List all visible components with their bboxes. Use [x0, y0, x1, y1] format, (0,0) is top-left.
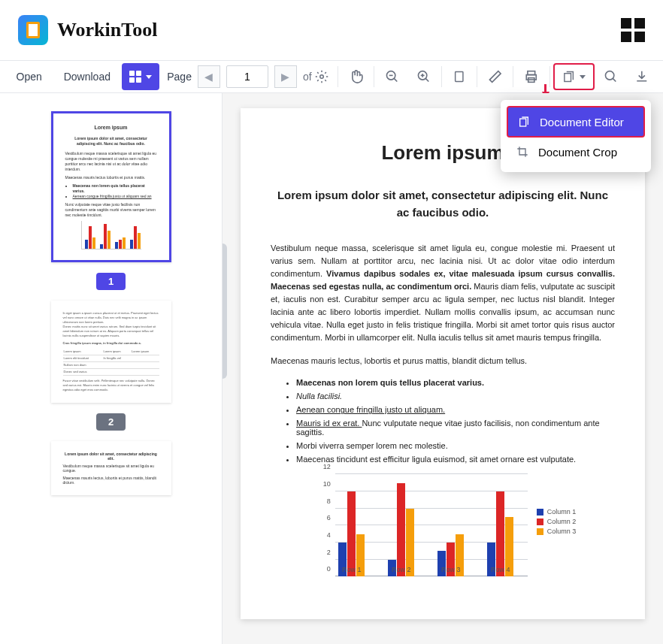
- fit-page-button[interactable]: [445, 63, 474, 90]
- next-page-button[interactable]: ▶: [274, 65, 297, 88]
- svg-rect-8: [456, 71, 463, 81]
- main-area: Lorem ipsum Lorem ipsum dolor sit amet, …: [0, 93, 663, 644]
- list-item: Aenean congue fringilla justo ut aliquam…: [296, 405, 615, 414]
- view-mode-button[interactable]: [122, 63, 159, 90]
- svg-rect-15: [520, 119, 526, 126]
- toolbar: Open Download Page ◀ ▶ of: [0, 60, 663, 93]
- page-number-badge-2: 2: [96, 413, 126, 431]
- hand-tool-button[interactable]: [341, 63, 371, 90]
- page-thumbnail-2[interactable]: In eget ipsum a ipsum cursus placerat ut…: [51, 301, 171, 403]
- document-editor-option[interactable]: Document Editor: [507, 106, 645, 138]
- dropdown-label: Document Editor: [540, 116, 624, 128]
- page-thumbnail-3[interactable]: Lorem ipsum dolor sit amet, consectetur …: [51, 441, 171, 495]
- chevron-down-icon: [580, 75, 586, 79]
- list-item: Mauris id ex erat. Nunc vulputate neque …: [296, 419, 615, 437]
- list-item: Maecenas tincidunt est efficitur ligula …: [296, 455, 615, 464]
- chevron-down-icon: [146, 75, 152, 79]
- app-header: WorkinTool: [0, 0, 663, 60]
- doc-lead: Lorem ipsum dolor sit amet, consectetur …: [271, 187, 615, 221]
- svg-point-0: [319, 75, 323, 79]
- prev-page-button[interactable]: ◀: [198, 65, 220, 88]
- brand: WorkinTool: [18, 15, 157, 45]
- svg-line-14: [613, 78, 616, 81]
- doc-paragraph: Vestibulum neque massa, scelerisque sit …: [271, 242, 615, 344]
- chart-legend: Column 1 Column 2 Column 3: [537, 474, 577, 594]
- apps-grid-icon[interactable]: [621, 18, 645, 42]
- mini-chart: [81, 221, 141, 249]
- document-viewport[interactable]: Lorem ipsum Lorem ipsum dolor sit amet, …: [223, 93, 663, 644]
- search-button[interactable]: [596, 63, 626, 90]
- edit-tool-button[interactable]: [480, 63, 510, 90]
- page-input[interactable]: [226, 65, 268, 88]
- download-icon-button[interactable]: [627, 63, 657, 90]
- grid-icon: [129, 71, 141, 83]
- dropdown-label: Document Crop: [538, 146, 617, 159]
- document-page: Lorem ipsum Lorem ipsum dolor sit amet, …: [241, 108, 645, 619]
- download-button[interactable]: Download: [53, 63, 120, 90]
- zoom-in-button[interactable]: [409, 63, 439, 90]
- thumbnail-sidebar: Lorem ipsum Lorem ipsum dolor sit amet, …: [0, 93, 223, 644]
- svg-line-2: [394, 78, 397, 81]
- list-item: Maecenas non lorem quis tellus placerat …: [296, 378, 615, 387]
- brand-name: WorkinTool: [57, 19, 157, 41]
- chart-container: 024681012Row 1Row 2Row 3Row 4 Column 1 C…: [271, 474, 615, 594]
- pages-icon: [562, 69, 575, 84]
- zoom-out-button[interactable]: [377, 63, 407, 90]
- pages-icon: [517, 115, 531, 128]
- gear-icon: [315, 70, 328, 83]
- svg-line-5: [425, 78, 428, 81]
- page-thumbnail-1[interactable]: Lorem ipsum Lorem ipsum dolor sit amet, …: [51, 111, 171, 262]
- document-crop-option[interactable]: Document Crop: [507, 138, 645, 166]
- of-label: of: [303, 70, 328, 83]
- open-button[interactable]: Open: [6, 63, 52, 90]
- page-label: Page: [167, 71, 192, 83]
- document-tools-button[interactable]: [553, 63, 595, 90]
- page-number-badge-1: 1: [96, 273, 126, 290]
- print-button[interactable]: [516, 63, 546, 90]
- list-item: Morbi viverra semper lorem nec molestie.: [296, 441, 615, 450]
- crop-icon: [516, 145, 529, 159]
- splitter-handle[interactable]: [223, 243, 227, 379]
- doc-paragraph: Maecenas mauris lectus, lobortis et puru…: [271, 355, 615, 367]
- page-nav: Page ◀ ▶ of: [167, 65, 328, 88]
- bar-chart: 024681012Row 1Row 2Row 3Row 4: [310, 474, 528, 594]
- svg-point-13: [605, 71, 613, 80]
- list-item: Nulla facilisi.: [296, 392, 615, 401]
- svg-rect-12: [565, 74, 571, 82]
- document-tools-dropdown: Document Editor Document Crop: [501, 100, 651, 172]
- brand-icon: [18, 15, 48, 45]
- doc-list: Maecenas non lorem quis tellus placerat …: [296, 378, 615, 464]
